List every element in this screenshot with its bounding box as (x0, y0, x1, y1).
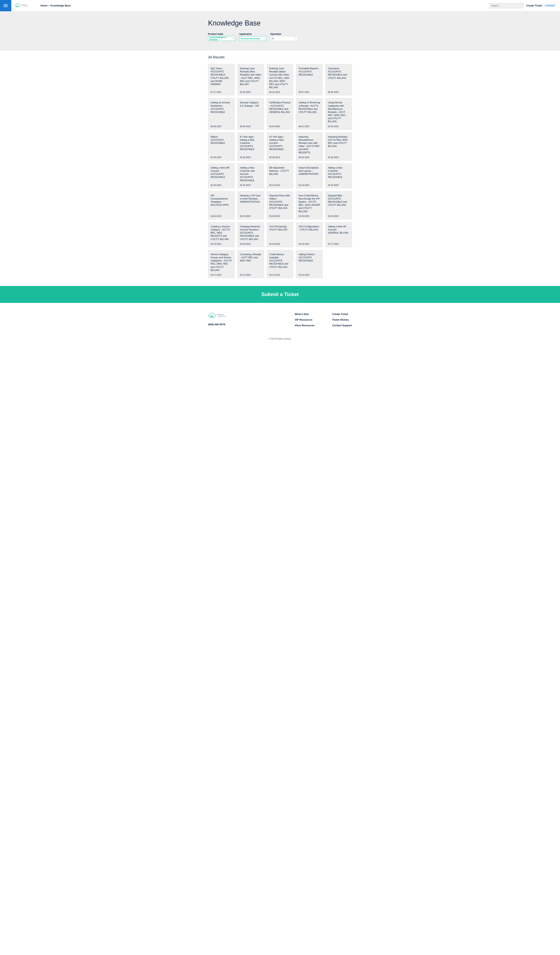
footer-link[interactable]: eGov Resources (295, 324, 315, 327)
logo[interactable]: Software Solutions (14, 3, 36, 9)
kb-card-date: 05.24.2023 (269, 184, 291, 186)
kb-card[interactable]: Adding an Account Distribution - ACCOUNT… (208, 98, 235, 130)
kb-card[interactable]: Report - ACCOUNTS RECEIVABLE05.30.2023 (208, 132, 235, 161)
kb-card[interactable]: ACH Processing - UTILITY BILLING03.28.20… (267, 222, 293, 247)
logout-link[interactable]: LOGOUT (545, 4, 555, 7)
cta-band[interactable]: Submit a Ticket (0, 286, 560, 303)
chevron-down-icon: ▼ (295, 38, 296, 39)
kb-card-title: Importing Receipts - ACCTS REV, MISC REC… (328, 135, 349, 154)
cta-title: Submit a Ticket (0, 291, 560, 297)
kb-card[interactable]: Using Service Categories with Miscellane… (325, 98, 352, 130)
svg-rect-6 (211, 316, 211, 317)
kb-card[interactable]: Voiding or Reversing a Receipt - ACCTS R… (296, 98, 323, 130)
kb-card-date: 05.10.2023 (298, 184, 320, 186)
kb-card[interactable]: Certification Process - ACCOUNTS RECEIVA… (267, 98, 293, 130)
svg-text:Solutions: Solutions (22, 5, 28, 7)
kb-card-title: Changing Revenue Account Numbers - ACCOU… (240, 225, 262, 241)
filter-operation: Operation All ▼ (270, 33, 298, 41)
kb-card[interactable]: Entering Cash Receipts (Misc Receipts) w… (237, 64, 264, 96)
kb-card[interactable]: Adding a New A/R Account - ACCOUNTS RECE… (208, 163, 235, 188)
filter-application: Application Accounts Receivable ▼ (239, 33, 267, 41)
kb-card-date: 05.30.2023 (211, 184, 232, 186)
kb-card[interactable]: Importing Receipts - ACCTS REV, MISC REC… (325, 132, 352, 161)
kb-card[interactable]: Security Category 6.3 Changes - VIP06.05… (237, 98, 264, 130)
kb-card[interactable]: Formatted Reports - ACCOUNTS RECEIVABLE0… (296, 64, 323, 96)
footer-link[interactable]: What's New (295, 313, 315, 316)
product-suite-select[interactable]: Visual Intelligence Portfolio ▼ (208, 36, 235, 41)
svg-rect-1 (17, 5, 17, 6)
search-input[interactable] (490, 3, 523, 8)
create-ticket-link[interactable]: Create Ticket (526, 4, 542, 7)
kb-card-date: 06.02.2023 (269, 125, 291, 127)
hamburger-icon (3, 3, 8, 8)
kb-card-title: Adding Interest - ACCOUNTS RECEIVABLE (298, 253, 320, 272)
operation-select[interactable]: All ▼ (270, 36, 298, 41)
kb-card-title: Importing Miscellaneous Receipt Lines wi… (298, 135, 320, 154)
kb-card[interactable]: KY Rev Apps - Adding a New Customer - AC… (237, 132, 264, 161)
kb-card-title: ACH Processing - UTILITY BILLING (269, 225, 291, 241)
kb-card-title: Entering Cash Receipts (Batch Control) w… (269, 67, 291, 89)
kb-card-date: 06.01.2023 (298, 125, 320, 127)
kb-card[interactable]: SQL Views - ACCOUNTS RECEIVABLE, UTILITY… (208, 64, 235, 96)
kb-card-title: Creating a Service Category - ACCTS REC,… (211, 225, 232, 241)
kb-card-title: Payment Plans with Videos - ACCOUNTS REC… (269, 194, 291, 213)
kb-card-date: 03.30.2023 (269, 215, 291, 217)
kb-card[interactable]: Credit Memos, Available - ACCOUNTS RECEI… (267, 250, 293, 278)
breadcrumb-home[interactable]: Home (41, 4, 47, 7)
kb-card[interactable]: Correcting a Receipt - ACCT REC and MISC… (237, 250, 264, 278)
footer-col-2: Create TicketTicket HistoryContact Suppo… (332, 313, 352, 330)
kb-card[interactable]: Payment Plans with Videos - ACCOUNTS REC… (267, 191, 293, 219)
topbar-right: Create Ticket LOGOUT (490, 3, 560, 8)
footer-logo-icon: Software Solutions (208, 313, 235, 319)
kb-card[interactable]: Adding Interest - ACCOUNTS RECEIVABLE03.… (296, 250, 323, 278)
footer-link[interactable]: Create Ticket (332, 313, 352, 316)
kb-card-title: Credit Memos, Available - ACCOUNTS RECEI… (269, 253, 291, 272)
kb-card[interactable]: Entering Cash Receipts (Batch Control) w… (267, 64, 293, 96)
kb-card-title: ACH Configurations - UTILITY BILLING (298, 225, 320, 241)
footer: Software Solutions (800) 686 9578 What's… (204, 303, 356, 335)
breadcrumb: Home > Knowledge Base (41, 4, 71, 7)
footer-col-1: What's NewVIP ResourceseGov Resources (295, 313, 315, 330)
kb-card-date: 03.27.2023 (211, 274, 232, 276)
kb-card-title: Adding a New A/R Account - ACCOUNTS RECE… (211, 166, 232, 182)
kb-card-date: 04.28.2023 (328, 184, 349, 186)
kb-card[interactable]: Creating a Service Category - ACCTS REC,… (208, 222, 235, 247)
kb-card[interactable]: How Credit Memos flow through the VIP Sy… (296, 191, 323, 219)
footer-link[interactable]: VIP Resources (295, 318, 315, 321)
kb-card[interactable]: Import Descriptions and Layouts - ADMINI… (296, 163, 323, 188)
kb-card[interactable]: Adding a Misc Customer and Account - ACC… (237, 163, 264, 188)
filter-label: Operation (270, 33, 298, 35)
filter-product-suite: Product Suite Visual Intelligence Portfo… (208, 33, 235, 41)
kb-card-title: SQL Views - ACCOUNTS RECEIVABLE, UTILITY… (211, 67, 232, 89)
kb-card-title: Using Service Categories with Miscellane… (328, 101, 349, 123)
kb-card-date: 05.30.2023 (240, 156, 262, 158)
kb-card[interactable]: Service Category Groups and Service Cate… (208, 250, 235, 278)
kb-card-title: Comments - ACCOUNTS RECEIVABLE and UTILI… (328, 67, 349, 89)
kb-card[interactable]: Changing Revenue Account Numbers - ACCOU… (237, 222, 264, 247)
kb-card[interactable]: VIP Correspondence Templates - MULTIPLE … (208, 191, 235, 219)
kb-card[interactable]: Bill Adjustment Reasons - UTILITY BILLIN… (267, 163, 293, 188)
kb-card[interactable]: ACH Configurations - UTILITY BILLING03.2… (296, 222, 323, 247)
breadcrumb-separator: > (48, 4, 50, 7)
breadcrumb-current: Knowledge Base (51, 4, 71, 7)
kb-card-date: 03.31.2023 (240, 215, 262, 217)
kb-card[interactable]: Comments - ACCOUNTS RECEIVABLE and UTILI… (325, 64, 352, 96)
kb-card[interactable]: Importing Miscellaneous Receipt Lines wi… (296, 132, 323, 161)
hamburger-menu[interactable] (0, 0, 11, 11)
application-select[interactable]: Accounts Receivable ▼ (239, 36, 267, 41)
kb-card-title: Certification Process - ACCOUNTS RECEIVA… (269, 101, 291, 123)
kb-card[interactable]: Allowing a VIP User to enter Receipts - … (237, 191, 264, 219)
kb-card-title: Bill Adjustment Reasons - UTILITY BILLIN… (269, 166, 291, 182)
svg-rect-2 (17, 6, 18, 6)
kb-card[interactable]: Disputed Bills - ACCOUNTS RECEIVABLE and… (325, 191, 352, 219)
kb-card-date: 06.05.2023 (240, 125, 262, 127)
svg-rect-8 (212, 316, 212, 317)
footer-link[interactable]: Contact Support (332, 324, 352, 327)
footer-link[interactable]: Ticket History (332, 318, 352, 321)
kb-card-title: Adding an Account Distribution - ACCOUNT… (211, 101, 232, 123)
kb-card[interactable]: KY Rev Apps - Adding a New Account - ACC… (267, 132, 293, 161)
kb-card[interactable]: Adding a New AR Account - GENERAL BILLIN… (325, 222, 352, 247)
kb-card-title: Formatted Reports - ACCOUNTS RECEIVABLE (298, 67, 320, 89)
kb-card[interactable]: Adding a New Customer - ACCOUNTS RECEIVA… (325, 163, 352, 188)
kb-card-title: Voiding or Reversing a Receipt - ACCTS R… (298, 101, 320, 123)
